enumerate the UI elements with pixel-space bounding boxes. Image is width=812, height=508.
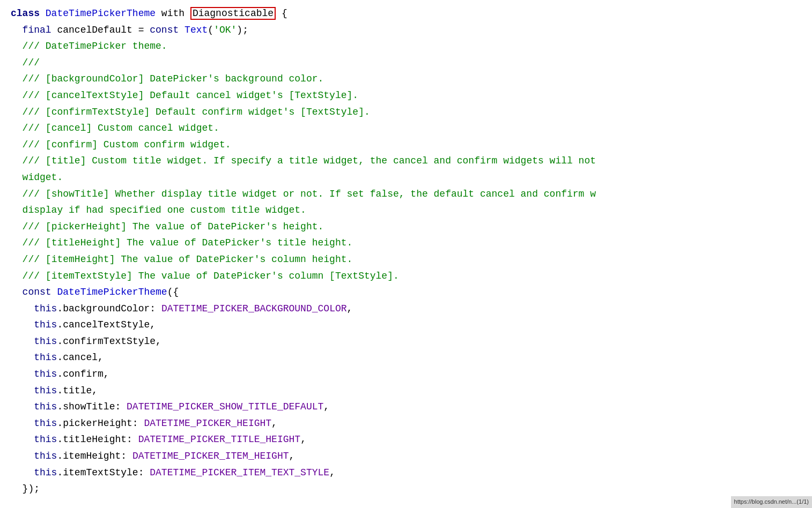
code-token xyxy=(11,336,34,347)
code-token: this xyxy=(34,451,57,461)
code-token xyxy=(156,8,161,19)
code-token: cancelTextStyle xyxy=(51,90,138,101)
code-token xyxy=(11,287,23,297)
code-token: const xyxy=(150,25,179,35)
code-token: pickerHeight xyxy=(51,221,121,232)
code-token: TextStyle xyxy=(306,107,358,117)
code-token xyxy=(184,8,190,19)
code-token: class xyxy=(11,8,46,19)
code-token: /// [ xyxy=(11,237,51,248)
code-content: class DateTimePickerTheme with Diagnosti… xyxy=(11,5,801,497)
code-line-line23: this.cancel, xyxy=(11,349,801,366)
code-token: this xyxy=(34,319,57,330)
code-line-line11: /// [title] Custom title widget. If spec… xyxy=(11,153,801,169)
code-token: DATETIME_PICKER_ITEM_HEIGHT xyxy=(132,451,289,461)
code-line-line15: /// [pickerHeight] The value of DatePick… xyxy=(11,219,801,235)
code-token: /// [ xyxy=(11,254,51,265)
code-token: ); xyxy=(237,25,248,35)
code-token: this xyxy=(34,303,57,314)
code-line-line1: class DateTimePickerTheme with Diagnosti… xyxy=(11,5,801,22)
code-token: ] The value of DatePicker's column [ xyxy=(127,271,335,281)
code-line-line27: this.pickerHeight: DATETIME_PICKER_HEIGH… xyxy=(11,415,801,432)
code-token: , xyxy=(300,434,306,445)
code-line-line7: /// [cancelTextStyle] Default cancel wid… xyxy=(11,87,801,104)
code-line-line29: this.itemHeight: DATETIME_PICKER_ITEM_HE… xyxy=(11,448,801,465)
code-token: TextStyle xyxy=(294,90,346,101)
code-token xyxy=(11,25,23,35)
code-token: /// [ xyxy=(11,221,51,232)
code-line-line22: this.confirmTextStyle, xyxy=(11,333,801,350)
code-line-line4: /// DateTimePicker theme. xyxy=(11,38,801,55)
code-token: DATETIME_PICKER_BACKGROUND_COLOR xyxy=(161,303,347,314)
code-token: .title, xyxy=(57,385,98,396)
code-token: 'OK' xyxy=(213,25,237,35)
code-token: ]. xyxy=(387,271,399,281)
code-token: TextStyle xyxy=(335,271,387,281)
code-token: DATETIME_PICKER_HEIGHT xyxy=(144,418,271,429)
code-token: ] DatePicker's background color. xyxy=(138,73,324,84)
code-token: /// [ xyxy=(11,73,51,84)
code-token: confirm xyxy=(51,139,92,150)
code-token: /// [ xyxy=(11,189,51,199)
code-line-line14: display if had specified one custom titl… xyxy=(11,202,801,219)
code-token: itemTextStyle xyxy=(51,271,127,281)
code-token: /// DateTimePicker theme. xyxy=(11,41,167,51)
code-token: ] Whether display title widget or not. I… xyxy=(104,189,596,199)
code-token: , xyxy=(271,418,277,429)
code-editor: class DateTimePickerTheme with Diagnosti… xyxy=(0,0,812,508)
code-token: /// [ xyxy=(11,139,51,150)
code-token: this xyxy=(34,369,57,379)
code-line-line21: this.cancelTextStyle, xyxy=(11,317,801,333)
code-token xyxy=(11,401,34,412)
code-line-line13: /// [showTitle] Whether display title wi… xyxy=(11,186,801,203)
code-token: final xyxy=(23,25,51,35)
code-token: .cancelTextStyle, xyxy=(57,319,156,330)
code-token: , xyxy=(347,303,353,314)
code-token xyxy=(11,434,34,445)
code-token: ] Custom confirm widget. xyxy=(92,139,231,150)
code-token: ] The value of DatePicker's column heigh… xyxy=(109,254,353,265)
code-line-line2: final cancelDefault = const Text('OK'); xyxy=(11,22,801,39)
code-token: ] Default confirm widget's [ xyxy=(144,107,306,117)
code-token: ] The value of DatePicker's title height… xyxy=(115,237,352,248)
code-line-line20: this.backgroundColor: DATETIME_PICKER_BA… xyxy=(11,301,801,317)
code-token xyxy=(11,319,34,330)
code-token: Text xyxy=(184,25,208,35)
code-token xyxy=(11,352,34,363)
code-token xyxy=(11,303,34,314)
code-token: const xyxy=(23,287,51,297)
code-token: itemHeight xyxy=(51,254,109,265)
code-token: cancel xyxy=(51,123,86,133)
code-line-line30: this.itemTextStyle: DATETIME_PICKER_ITEM… xyxy=(11,465,801,481)
code-line-line24: this.confirm, xyxy=(11,366,801,383)
code-token: DATETIME_PICKER_ITEM_TEXT_STYLE xyxy=(150,467,329,478)
code-line-line16: /// [titleHeight] The value of DatePicke… xyxy=(11,235,801,251)
code-token: .itemHeight: xyxy=(57,451,132,461)
code-token: showTitle xyxy=(51,189,104,199)
code-token: /// [ xyxy=(11,123,51,133)
code-line-line28: this.titleHeight: DATETIME_PICKER_TITLE_… xyxy=(11,431,801,448)
code-token: /// [ xyxy=(11,155,51,166)
code-token xyxy=(11,467,34,478)
code-token: ]. xyxy=(358,107,370,117)
code-line-line31: }); xyxy=(11,481,801,497)
code-line-line18: /// [itemTextStyle] The value of DatePic… xyxy=(11,268,801,285)
code-token: DateTimePickerTheme xyxy=(46,8,156,19)
code-token: }); xyxy=(11,483,40,494)
code-token: this xyxy=(34,401,57,412)
code-token: this xyxy=(34,434,57,445)
code-token: backgroundColor xyxy=(51,73,138,84)
code-token: .confirmTextStyle, xyxy=(57,336,161,347)
code-line-line9: /// [cancel] Custom cancel widget. xyxy=(11,120,801,137)
code-token: .showTitle: xyxy=(57,401,127,412)
code-token: display if had specified one custom titl… xyxy=(11,205,306,215)
code-token: title xyxy=(51,155,80,166)
code-token: DATETIME_PICKER_TITLE_HEIGHT xyxy=(138,434,300,445)
code-token: this xyxy=(34,385,57,396)
code-line-line26: this.showTitle: DATETIME_PICKER_SHOW_TIT… xyxy=(11,399,801,415)
code-token: .confirm, xyxy=(57,369,109,379)
code-line-line8: /// [confirmTextStyle] Default confirm w… xyxy=(11,104,801,121)
code-token: this xyxy=(34,336,57,347)
code-token: ]. xyxy=(347,90,359,101)
code-token: this xyxy=(34,418,57,429)
